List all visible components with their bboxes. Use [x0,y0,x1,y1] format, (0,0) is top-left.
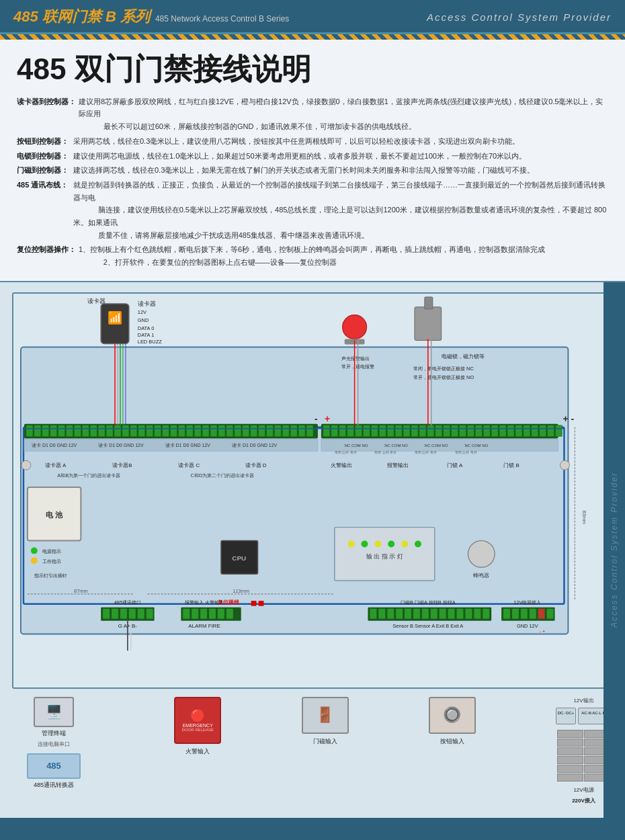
svg-rect-162 [520,609,527,619]
svg-point-103 [388,540,394,547]
svg-text:DATA 0: DATA 0 [137,325,154,331]
svg-rect-16 [130,425,136,436]
svg-rect-75 [321,439,558,451]
svg-rect-66 [531,425,538,436]
header-left: 485 联网门禁 B 系列 485 Network Access Control… [13,7,289,27]
instruction-5: 485 通讯布线： 就是控制器到转换器的线，正接正，负接负，从最近的一个控制器的… [17,179,608,241]
svg-rect-8 [66,425,73,436]
svg-rect-148 [413,609,419,619]
svg-rect-151 [439,609,446,619]
rs485-port-label: 连接电脑串口 [38,741,70,748]
svg-rect-67 [539,425,546,436]
svg-rect-144 [378,609,385,619]
svg-rect-34 [274,425,281,436]
diagram-section: 读卡 D1 D0 GND 12V 读卡 D1 D0 GND 12V 读卡 D1 … [0,282,625,818]
svg-rect-43 [347,425,353,436]
instr-content-6: 1、控制板上有个红色跳线帽，断电后拨下来，等6秒，通电，控制板上的蜂鸣器会叫两声… [79,243,608,268]
converter: 485 485通讯转换器 [27,753,81,790]
header-brand: Access Control System Provider [427,11,612,23]
svg-rect-70 [24,439,317,451]
svg-rect-10 [82,425,89,436]
svg-text:读卡 D1 D0 GND 12V: 读卡 D1 D0 GND 12V [98,443,144,448]
fire-alarm-device: 🔴 EMERGENCY DOOR RELEASE [174,697,221,744]
svg-text:DATA 1: DATA 1 [137,331,154,337]
svg-rect-152 [448,609,454,619]
svg-rect-63 [507,425,514,436]
svg-rect-37 [298,425,305,436]
svg-point-112 [30,557,37,564]
header-title-cn: 485 联网门禁 B 系列 [13,7,150,27]
svg-rect-155 [474,609,481,619]
svg-text:读卡器 C: 读卡器 C [178,462,200,468]
computer-icon: 🖥️ [34,697,74,727]
svg-rect-69 [555,425,562,436]
svg-rect-161 [511,609,518,619]
svg-rect-186 [344,339,364,344]
svg-point-185 [342,315,366,339]
door-sensor-device: 🚪 [302,697,349,734]
svg-rect-22 [178,425,185,436]
svg-rect-68 [547,425,554,436]
svg-point-110 [30,547,37,554]
svg-rect-164 [538,609,544,619]
instr-label-2: 按钮到控制器： [17,135,71,148]
svg-text:电磁锁，磁力锁等: 电磁锁，磁力锁等 [441,353,484,360]
svg-text:读卡器B: 读卡器B [112,462,132,468]
svg-rect-127 [120,609,126,619]
svg-rect-50 [403,425,410,436]
svg-rect-12 [98,425,105,436]
svg-rect-137 [209,609,216,619]
svg-text:-: - [314,413,317,423]
svg-rect-150 [430,609,437,619]
svg-rect-146 [396,609,403,619]
svg-rect-17 [138,425,144,436]
svg-rect-98 [334,527,434,580]
cr-label: 读卡器 [87,297,106,306]
svg-text:常开，通电开锁锁正极接 NO: 常开，通电开锁锁正极接 NO [413,374,473,380]
svg-text:GND: GND [137,317,149,323]
svg-rect-124 [101,607,154,621]
svg-rect-46 [371,425,378,436]
svg-rect-147 [405,609,411,619]
svg-rect-35 [282,425,289,436]
svg-rect-53 [427,425,433,436]
svg-rect-65 [523,425,530,436]
svg-rect-20 [162,425,169,436]
svg-text:火警输出: 火警输出 [330,462,351,468]
svg-text:常闭 公共 常开: 常闭 公共 常开 [334,450,356,454]
svg-text:GND  12V: GND 12V [516,622,538,628]
title-number: 485 [17,52,75,85]
instruction-3: 电锁到控制器： 建议使用两芯电源线，线径在1.0毫米以上，如果超过50米要考虑用… [17,150,608,163]
svg-rect-54 [435,425,442,436]
svg-rect-14 [114,425,121,436]
svg-rect-123 [258,601,263,606]
button-label: 按钮输入 [440,737,464,746]
svg-rect-145 [387,609,394,619]
svg-rect-128 [128,609,135,619]
svg-rect-29 [234,425,241,436]
svg-rect-39 [321,423,558,438]
svg-rect-28 [226,425,233,436]
svg-rect-51 [411,425,418,436]
svg-text:读卡器: 读卡器 [137,300,155,307]
svg-point-100 [347,540,354,547]
management-terminal-label: 管理终端 [42,729,66,738]
svg-rect-139 [226,609,233,619]
door-sensor-ext: 🚪 门磁输入 [302,697,349,746]
svg-rect-15 [122,425,128,436]
svg-text:+ -: + - [562,413,574,423]
svg-rect-7 [58,425,65,436]
diagram-container: 读卡 D1 D0 GND 12V 读卡 D1 D0 GND 12V 读卡 D1 … [12,292,614,689]
instr-content-2: 采用两芯线，线径在0.3毫米以上，建议使用八芯网线，按钮按其中任意两根线即可，以… [73,135,608,148]
svg-rect-122 [251,601,256,606]
svg-rect-160 [503,609,510,619]
svg-point-104 [401,540,408,547]
svg-rect-134 [183,609,190,619]
svg-rect-135 [192,609,198,619]
svg-text:读卡器 A: 读卡器 A [44,462,66,468]
svg-text:报警输入 火警输入: 报警输入 火警输入 [184,599,224,605]
external-devices-row: 🖥️ 管理终端 连接电脑串口 485 485通讯转换器 🔴 EMERGENCY … [10,689,615,808]
svg-rect-36 [290,425,297,436]
svg-rect-96 [27,487,80,540]
svg-text:读卡 D1 D0 GND 12V: 读卡 D1 D0 GND 12V [32,443,77,448]
